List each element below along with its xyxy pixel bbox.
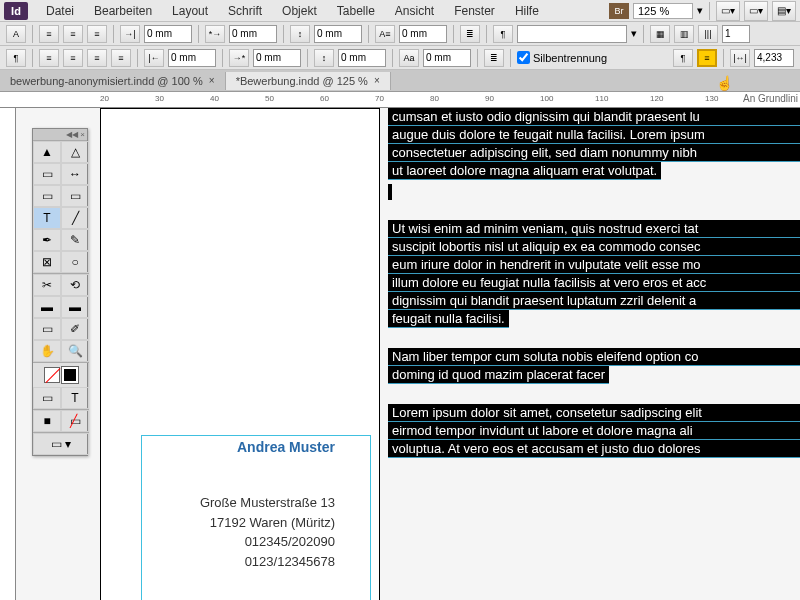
tools-panel[interactable]: ◀◀ × ▲ △ ▭ ↔ ▭ ▭ T ╱ ✒ ✎ ⊠ ○ ✂ ⟲ ▬ ▬ ▭ ✐…	[32, 128, 88, 456]
indent-right-icon: |←	[144, 49, 164, 67]
kerning-icon: |↔|	[730, 49, 750, 67]
selected-text-frame[interactable]: cumsan et iusto odio dignissim qui bland…	[388, 108, 800, 458]
gradient-swatch-tool[interactable]: ▬	[33, 296, 61, 318]
align-to-baseline-button[interactable]: ≡	[697, 49, 717, 67]
justify-center-button[interactable]: ≡	[63, 49, 83, 67]
gradient-feather-tool[interactable]: ▬	[61, 296, 89, 318]
document-canvas[interactable]: Andrea Muster Große Musterstraße 13 1719…	[16, 108, 800, 600]
align-center-button[interactable]: ≡	[63, 25, 83, 43]
menu-edit[interactable]: Bearbeiten	[84, 4, 162, 18]
scissors-tool[interactable]: ✂	[33, 274, 61, 296]
hand-tool[interactable]: ✋	[33, 340, 61, 362]
grid-mode-1-button[interactable]: ▦	[650, 25, 670, 43]
ellipse-tool[interactable]: ○	[61, 251, 89, 273]
vertical-ruler[interactable]	[0, 108, 16, 600]
menu-object[interactable]: Objekt	[272, 4, 327, 18]
menu-bar: Id Datei Bearbeiten Layout Schrift Objek…	[0, 0, 800, 22]
menu-view[interactable]: Ansicht	[385, 4, 444, 18]
paragraph-mode-button[interactable]: ¶	[6, 49, 26, 67]
divider	[137, 49, 138, 67]
last-line-indent-input[interactable]	[253, 49, 301, 67]
selected-line: cumsan et iusto odio dignissim qui bland…	[388, 108, 800, 126]
formatting-container-button[interactable]: ▭	[33, 387, 61, 409]
selected-line: eum iriure dolor in hendrerit in vulputa…	[388, 256, 800, 274]
bullet-list-button[interactable]: ≣	[460, 25, 480, 43]
address-line: 17192 Waren (Müritz)	[200, 513, 335, 533]
selected-line: augue duis dolore te feugait nulla facil…	[388, 126, 800, 144]
align-right-button[interactable]: ≡	[87, 25, 107, 43]
dropcap-chars-input[interactable]	[423, 49, 471, 67]
type-tool[interactable]: T	[33, 207, 61, 229]
paragraph-style-select[interactable]	[517, 25, 627, 43]
space-after-input[interactable]	[338, 49, 386, 67]
document-tab-1-label: bewerbung-anonymisiert.indd @ 100 %	[10, 75, 203, 87]
document-tabs: bewerbung-anonymisiert.indd @ 100 % × *B…	[0, 70, 800, 92]
fill-stroke-swatches[interactable]	[33, 363, 89, 387]
menu-layout[interactable]: Layout	[162, 4, 218, 18]
eyedropper-tool[interactable]: ✐	[61, 318, 89, 340]
gap-tool[interactable]: ↔	[61, 163, 89, 185]
line-tool[interactable]: ╱	[61, 207, 89, 229]
zoom-select[interactable]	[633, 3, 693, 19]
rectangle-frame-tool[interactable]: ⊠	[33, 251, 61, 273]
divider	[368, 25, 369, 43]
selection-tool[interactable]: ▲	[33, 141, 61, 163]
justify-right-button[interactable]: ≡	[87, 49, 107, 67]
ruler-tick: 120	[650, 94, 663, 103]
indent-left-icon: →|	[120, 25, 140, 43]
content-placer-tool[interactable]: ▭	[61, 185, 89, 207]
zoom-tool[interactable]: 🔍	[61, 340, 89, 362]
view-options-button[interactable]: ▭▾	[716, 1, 740, 21]
justify-left-button[interactable]: ≡	[39, 49, 59, 67]
character-mode-button[interactable]: A	[6, 25, 26, 43]
space-before-input[interactable]	[314, 25, 362, 43]
selected-line: feugait nulla facilisi.	[388, 310, 509, 328]
horizontal-ruler[interactable]: 20 30 40 50 60 70 80 90 100 110 120 130 …	[0, 92, 800, 108]
dropcap-lines-input[interactable]	[399, 25, 447, 43]
menu-type[interactable]: Schrift	[218, 4, 272, 18]
page-tool[interactable]: ▭	[33, 163, 61, 185]
normal-view-button[interactable]: ▭ ▾	[33, 433, 89, 455]
numbered-list-button[interactable]: ≣	[484, 49, 504, 67]
hyphenation-checkbox[interactable]: Silbentrennung	[517, 51, 607, 64]
direct-selection-tool[interactable]: △	[61, 141, 89, 163]
zoom-dropdown-icon[interactable]: ▾	[697, 4, 703, 17]
applicant-name[interactable]: Andrea Muster	[237, 439, 335, 455]
free-transform-tool[interactable]: ⟲	[61, 274, 89, 296]
menu-window[interactable]: Fenster	[444, 4, 505, 18]
apply-none-button[interactable]: ▭╱	[61, 410, 89, 432]
grid-mode-2-button[interactable]: ▥	[674, 25, 694, 43]
panel-header[interactable]: ◀◀ ×	[33, 129, 87, 141]
address-line: Große Musterstraße 13	[200, 493, 335, 513]
indent-left-input[interactable]	[144, 25, 192, 43]
kerning-input[interactable]	[754, 49, 794, 67]
columns-input[interactable]	[722, 25, 750, 43]
apply-color-button[interactable]: ■	[33, 410, 61, 432]
paragraph-style-icon: ¶	[493, 25, 513, 43]
selected-line: Lorem ipsum dolor sit amet, consetetur s…	[388, 404, 800, 422]
align-left-button[interactable]: ≡	[39, 25, 59, 43]
pencil-tool[interactable]: ✎	[61, 229, 89, 251]
arrange-button[interactable]: ▤▾	[772, 1, 796, 21]
first-line-indent-input[interactable]	[229, 25, 277, 43]
menu-table[interactable]: Tabelle	[327, 4, 385, 18]
screen-mode-button[interactable]: ▭▾	[744, 1, 768, 21]
address-block[interactable]: Große Musterstraße 13 17192 Waren (Mürit…	[200, 493, 335, 571]
formatting-text-button[interactable]: T	[61, 387, 89, 409]
document-tab-2[interactable]: *Bewerbung.indd @ 125 % ×	[226, 72, 391, 90]
selected-line: Ut wisi enim ad minim veniam, quis nostr…	[388, 220, 800, 238]
content-collector-tool[interactable]: ▭	[33, 185, 61, 207]
close-icon[interactable]: ×	[374, 75, 380, 86]
document-tab-1[interactable]: bewerbung-anonymisiert.indd @ 100 % ×	[0, 72, 226, 90]
menu-file[interactable]: Datei	[36, 4, 84, 18]
hyphenation-input[interactable]	[517, 51, 530, 64]
justify-full-button[interactable]: ≡	[111, 49, 131, 67]
close-icon[interactable]: ×	[209, 75, 215, 86]
bridge-icon[interactable]: Br	[609, 3, 629, 19]
pen-tool[interactable]: ✒	[33, 229, 61, 251]
baseline-none-button[interactable]: ¶	[673, 49, 693, 67]
menu-help[interactable]: Hilfe	[505, 4, 549, 18]
indent-right-input[interactable]	[168, 49, 216, 67]
dropdown-icon[interactable]: ▾	[631, 27, 637, 40]
note-tool[interactable]: ▭	[33, 318, 61, 340]
